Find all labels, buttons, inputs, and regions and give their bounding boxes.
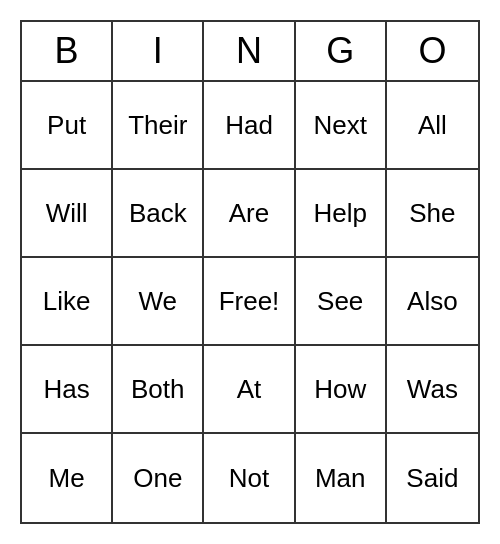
cell-0-1[interactable]: Their — [113, 82, 204, 170]
cell-1-3[interactable]: Help — [296, 170, 387, 258]
cell-2-4[interactable]: Also — [387, 258, 478, 346]
cell-2-1[interactable]: We — [113, 258, 204, 346]
bingo-card: BINGO PutTheirHadNextAllWillBackAreHelpS… — [20, 20, 480, 524]
cell-4-1[interactable]: One — [113, 434, 204, 522]
cell-0-3[interactable]: Next — [296, 82, 387, 170]
cell-3-0[interactable]: Has — [22, 346, 113, 434]
cell-1-4[interactable]: She — [387, 170, 478, 258]
cell-3-2[interactable]: At — [204, 346, 295, 434]
cell-0-4[interactable]: All — [387, 82, 478, 170]
cell-3-4[interactable]: Was — [387, 346, 478, 434]
header-letter: I — [113, 22, 204, 80]
header-letter: G — [296, 22, 387, 80]
cell-4-0[interactable]: Me — [22, 434, 113, 522]
cell-1-2[interactable]: Are — [204, 170, 295, 258]
cell-0-0[interactable]: Put — [22, 82, 113, 170]
header-letter: B — [22, 22, 113, 80]
header-letter: O — [387, 22, 478, 80]
cell-4-3[interactable]: Man — [296, 434, 387, 522]
cell-4-4[interactable]: Said — [387, 434, 478, 522]
cell-2-3[interactable]: See — [296, 258, 387, 346]
cell-4-2[interactable]: Not — [204, 434, 295, 522]
cell-3-1[interactable]: Both — [113, 346, 204, 434]
cell-2-0[interactable]: Like — [22, 258, 113, 346]
bingo-grid: PutTheirHadNextAllWillBackAreHelpSheLike… — [22, 82, 478, 522]
bingo-header: BINGO — [22, 22, 478, 82]
cell-1-0[interactable]: Will — [22, 170, 113, 258]
cell-1-1[interactable]: Back — [113, 170, 204, 258]
cell-0-2[interactable]: Had — [204, 82, 295, 170]
cell-2-2[interactable]: Free! — [204, 258, 295, 346]
header-letter: N — [204, 22, 295, 80]
cell-3-3[interactable]: How — [296, 346, 387, 434]
